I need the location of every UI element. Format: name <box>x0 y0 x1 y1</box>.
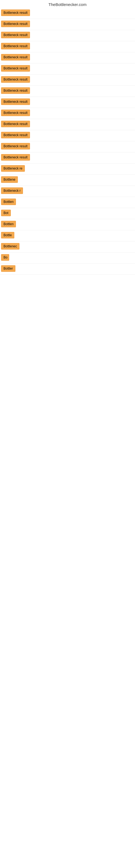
bottleneck-badge[interactable]: Bottlene <box>1 176 18 183</box>
result-row: Bottleneck result <box>0 41 135 52</box>
bottleneck-badge[interactable]: Bottlen <box>1 198 16 205</box>
result-row: Bottleneck result <box>0 19 135 30</box>
bottleneck-badge[interactable]: Bottleneck result <box>1 43 30 50</box>
bottleneck-badge[interactable]: Bottleneck result <box>1 32 30 38</box>
result-row: Bottleneck result <box>0 30 135 41</box>
bottleneck-badge[interactable]: Bottleneck result <box>1 65 30 72</box>
bottleneck-badge[interactable]: Bottlenec <box>1 243 19 250</box>
bottleneck-badge[interactable]: Bottler <box>1 265 15 272</box>
bottleneck-badge[interactable]: Bottleneck re <box>1 165 25 172</box>
result-row: Bottleneck result <box>0 141 135 152</box>
bottleneck-badge[interactable]: Bot <box>1 210 11 216</box>
result-row: Bottlenec <box>0 241 135 252</box>
result-row: Bottleneck result <box>0 86 135 97</box>
results-list: Bottleneck resultBottleneck resultBottle… <box>0 8 135 275</box>
result-row: Bottleneck result <box>0 108 135 119</box>
bottleneck-badge[interactable]: Bo <box>1 254 9 261</box>
result-row: Bottleneck result <box>0 8 135 19</box>
result-row: Bo <box>0 252 135 264</box>
result-row: Bottler <box>0 264 135 275</box>
bottleneck-badge[interactable]: Bottle <box>1 232 14 239</box>
result-row: Bottleneck result <box>0 130 135 141</box>
result-row: Bottlen <box>0 219 135 230</box>
result-row: Bottleneck result <box>0 63 135 74</box>
bottleneck-badge[interactable]: Bottleneck result <box>1 132 30 138</box>
result-row: Bottleneck result <box>0 97 135 108</box>
result-row: Bottleneck r <box>0 186 135 197</box>
bottleneck-badge[interactable]: Bottleneck result <box>1 9 30 16</box>
result-row: Bottlen <box>0 197 135 208</box>
bottleneck-badge[interactable]: Bottlen <box>1 221 16 227</box>
result-row: Bot <box>0 208 135 219</box>
result-row: Bottlene <box>0 175 135 186</box>
bottleneck-badge[interactable]: Bottleneck result <box>1 143 30 150</box>
bottleneck-badge[interactable]: Bottleneck result <box>1 87 30 94</box>
bottleneck-badge[interactable]: Bottleneck result <box>1 54 30 61</box>
result-row: Bottleneck result <box>0 52 135 63</box>
bottleneck-badge[interactable]: Bottleneck result <box>1 154 30 161</box>
result-row: Bottleneck result <box>0 152 135 163</box>
bottleneck-badge[interactable]: Bottleneck result <box>1 76 30 83</box>
site-title: TheBottlenecker.com <box>0 0 135 8</box>
result-row: Bottleneck result <box>0 74 135 86</box>
result-row: Bottleneck result <box>0 119 135 130</box>
bottleneck-badge[interactable]: Bottleneck result <box>1 110 30 116</box>
page-wrapper: TheBottlenecker.com Bottleneck resultBot… <box>0 0 135 275</box>
bottleneck-badge[interactable]: Bottleneck r <box>1 187 23 194</box>
result-row: Bottle <box>0 230 135 241</box>
bottleneck-badge[interactable]: Bottleneck result <box>1 98 30 105</box>
bottleneck-badge[interactable]: Bottleneck result <box>1 21 30 27</box>
bottleneck-badge[interactable]: Bottleneck result <box>1 121 30 127</box>
result-row: Bottleneck re <box>0 163 135 175</box>
